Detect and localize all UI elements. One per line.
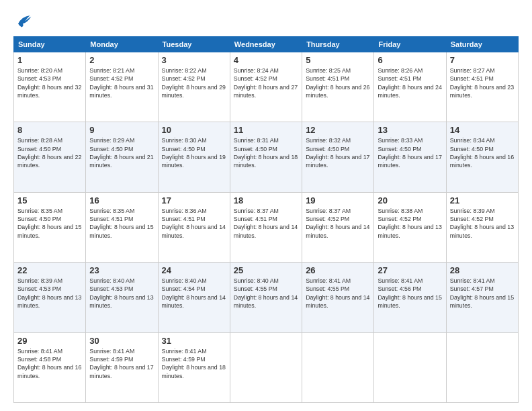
daylight-label: Daylight: 8 hours and 14 minutes.: [162, 224, 226, 238]
daylight-label: Daylight: 8 hours and 16 minutes.: [17, 364, 81, 379]
sunrise-label: Sunrise: 8:38 AM: [378, 208, 423, 214]
day-cell: 28 Sunrise: 8:41 AM Sunset: 4:57 PM Dayl…: [446, 263, 518, 332]
day-number: 31: [162, 336, 226, 346]
sunrise-label: Sunrise: 8:24 AM: [234, 67, 279, 74]
day-number: 13: [378, 125, 442, 135]
sunrise-label: Sunrise: 8:31 AM: [234, 137, 279, 144]
day-info: Sunrise: 8:28 AM Sunset: 4:50 PM Dayligh…: [17, 136, 82, 169]
sunset-label: Sunset: 4:53 PM: [89, 285, 133, 292]
day-info: Sunrise: 8:41 AM Sunset: 4:57 PM Dayligh…: [450, 277, 515, 310]
weekday-header-monday: Monday: [86, 37, 158, 52]
day-cell: 29 Sunrise: 8:41 AM Sunset: 4:58 PM Dayl…: [14, 332, 86, 402]
sunset-label: Sunset: 4:51 PM: [306, 75, 349, 82]
sunset-label: Sunset: 4:51 PM: [378, 75, 421, 82]
day-cell: 7 Sunrise: 8:27 AM Sunset: 4:51 PM Dayli…: [446, 52, 518, 122]
sunrise-label: Sunrise: 8:40 AM: [162, 277, 207, 284]
day-cell: 26 Sunrise: 8:41 AM Sunset: 4:55 PM Dayl…: [302, 263, 374, 332]
sunrise-label: Sunrise: 8:39 AM: [17, 277, 62, 284]
daylight-label: Daylight: 8 hours and 16 minutes.: [450, 154, 514, 169]
sunset-label: Sunset: 4:50 PM: [378, 146, 421, 152]
day-cell: 30 Sunrise: 8:41 AM Sunset: 4:59 PM Dayl…: [86, 332, 158, 402]
day-info: Sunrise: 8:24 AM Sunset: 4:52 PM Dayligh…: [234, 66, 298, 99]
logo: [13, 11, 35, 30]
sunset-label: Sunset: 4:53 PM: [17, 285, 61, 292]
day-number: 9: [89, 125, 154, 135]
week-row-3: 15 Sunrise: 8:35 AM Sunset: 4:50 PM Dayl…: [14, 192, 519, 262]
day-info: Sunrise: 8:41 AM Sunset: 4:59 PM Dayligh…: [89, 347, 154, 380]
daylight-label: Daylight: 8 hours and 17 minutes.: [306, 154, 369, 169]
sunset-label: Sunset: 4:52 PM: [89, 75, 133, 82]
sunset-label: Sunset: 4:50 PM: [17, 216, 61, 222]
weekday-header-thursday: Thursday: [302, 37, 374, 52]
day-info: Sunrise: 8:31 AM Sunset: 4:50 PM Dayligh…: [234, 136, 298, 169]
sunset-label: Sunset: 4:52 PM: [450, 216, 494, 222]
day-number: 29: [17, 336, 82, 346]
day-info: Sunrise: 8:29 AM Sunset: 4:50 PM Dayligh…: [89, 136, 154, 169]
day-number: 2: [89, 55, 154, 65]
day-info: Sunrise: 8:34 AM Sunset: 4:50 PM Dayligh…: [450, 136, 515, 169]
sunrise-label: Sunrise: 8:40 AM: [89, 277, 134, 284]
sunset-label: Sunset: 4:51 PM: [89, 216, 133, 222]
sunset-label: Sunset: 4:51 PM: [162, 216, 206, 222]
day-info: Sunrise: 8:20 AM Sunset: 4:53 PM Dayligh…: [17, 66, 82, 99]
sunrise-label: Sunrise: 8:27 AM: [450, 67, 495, 74]
sunrise-label: Sunrise: 8:41 AM: [306, 277, 351, 284]
daylight-label: Daylight: 8 hours and 23 minutes.: [450, 84, 514, 99]
day-cell: 6 Sunrise: 8:26 AM Sunset: 4:51 PM Dayli…: [374, 52, 446, 122]
day-info: Sunrise: 8:30 AM Sunset: 4:50 PM Dayligh…: [162, 136, 226, 169]
day-number: 20: [378, 195, 442, 205]
day-number: 28: [450, 265, 515, 275]
day-number: 5: [306, 55, 370, 65]
day-number: 14: [450, 125, 515, 135]
day-info: Sunrise: 8:32 AM Sunset: 4:50 PM Dayligh…: [306, 136, 370, 169]
sunrise-label: Sunrise: 8:25 AM: [306, 67, 351, 74]
day-info: Sunrise: 8:40 AM Sunset: 4:53 PM Dayligh…: [89, 277, 154, 310]
sunrise-label: Sunrise: 8:26 AM: [378, 67, 423, 74]
day-cell: 17 Sunrise: 8:36 AM Sunset: 4:51 PM Dayl…: [158, 192, 230, 262]
sunset-label: Sunset: 4:52 PM: [234, 75, 277, 82]
sunrise-label: Sunrise: 8:41 AM: [89, 348, 134, 355]
day-info: Sunrise: 8:33 AM Sunset: 4:50 PM Dayligh…: [378, 136, 442, 169]
daylight-label: Daylight: 8 hours and 15 minutes.: [378, 294, 441, 309]
day-number: 21: [450, 195, 515, 205]
sunrise-label: Sunrise: 8:41 AM: [162, 348, 207, 355]
day-number: 12: [306, 125, 370, 135]
day-number: 7: [450, 55, 515, 65]
daylight-label: Daylight: 8 hours and 14 minutes.: [306, 294, 369, 309]
weekday-header-sunday: Sunday: [14, 37, 86, 52]
sunrise-label: Sunrise: 8:20 AM: [17, 67, 62, 74]
sunrise-label: Sunrise: 8:35 AM: [89, 208, 134, 214]
day-number: 6: [378, 55, 442, 65]
daylight-label: Daylight: 8 hours and 13 minutes.: [378, 224, 441, 238]
day-cell: 18 Sunrise: 8:37 AM Sunset: 4:51 PM Dayl…: [230, 192, 302, 262]
sunset-label: Sunset: 4:52 PM: [162, 75, 206, 82]
week-row-5: 29 Sunrise: 8:41 AM Sunset: 4:58 PM Dayl…: [14, 332, 519, 402]
daylight-label: Daylight: 8 hours and 13 minutes.: [450, 224, 514, 238]
day-info: Sunrise: 8:26 AM Sunset: 4:51 PM Dayligh…: [378, 66, 442, 99]
sunrise-label: Sunrise: 8:41 AM: [450, 277, 495, 284]
day-number: 23: [89, 265, 154, 275]
sunset-label: Sunset: 4:59 PM: [89, 356, 133, 363]
sunrise-label: Sunrise: 8:40 AM: [234, 277, 279, 284]
daylight-label: Daylight: 8 hours and 21 minutes.: [89, 154, 153, 169]
daylight-label: Daylight: 8 hours and 14 minutes.: [162, 294, 226, 309]
daylight-label: Daylight: 8 hours and 14 minutes.: [306, 224, 369, 238]
day-info: Sunrise: 8:35 AM Sunset: 4:50 PM Dayligh…: [17, 207, 82, 240]
day-number: 1: [17, 55, 82, 65]
day-info: Sunrise: 8:40 AM Sunset: 4:55 PM Dayligh…: [234, 277, 298, 310]
day-cell: [446, 332, 518, 402]
sunrise-label: Sunrise: 8:36 AM: [162, 208, 207, 214]
sunset-label: Sunset: 4:59 PM: [162, 356, 206, 363]
header: [13, 11, 519, 30]
daylight-label: Daylight: 8 hours and 19 minutes.: [162, 154, 226, 169]
day-info: Sunrise: 8:27 AM Sunset: 4:51 PM Dayligh…: [450, 66, 515, 99]
day-info: Sunrise: 8:39 AM Sunset: 4:52 PM Dayligh…: [450, 207, 515, 240]
weekday-header-row: SundayMondayTuesdayWednesdayThursdayFrid…: [14, 37, 519, 52]
daylight-label: Daylight: 8 hours and 31 minutes.: [89, 84, 153, 99]
day-cell: 31 Sunrise: 8:41 AM Sunset: 4:59 PM Dayl…: [158, 332, 230, 402]
weekday-header-saturday: Saturday: [446, 37, 518, 52]
day-info: Sunrise: 8:37 AM Sunset: 4:52 PM Dayligh…: [306, 207, 370, 240]
day-number: 10: [162, 125, 226, 135]
sunrise-label: Sunrise: 8:33 AM: [378, 137, 423, 144]
sunset-label: Sunset: 4:55 PM: [306, 285, 349, 292]
